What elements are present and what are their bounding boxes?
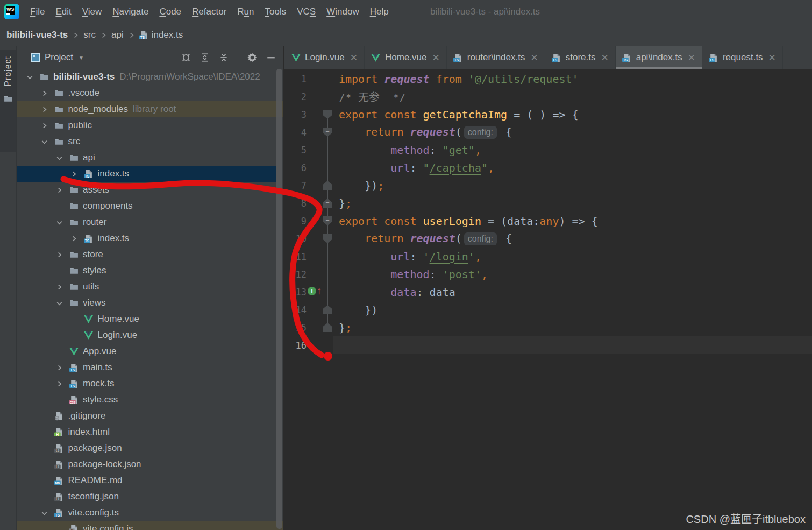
tree-row-components[interactable]: components [17,198,283,214]
line-number[interactable]: 10 [284,234,307,244]
fold-marker-icon[interactable]: − [323,128,332,137]
tree-row-vscode[interactable]: .vscode [17,85,283,101]
close-icon[interactable]: ✕ [530,52,538,63]
menu-item-tools[interactable]: Tools [260,6,292,17]
breadcrumb-item-src[interactable]: src [83,30,96,40]
fold-marker-icon[interactable]: − [323,181,332,190]
tree-row-vite-config-js[interactable]: X vite.config.js [17,521,283,530]
tree-row-vite-config-ts[interactable]: TS vite.config.ts [17,505,283,521]
line-number[interactable]: 11 [284,251,307,262]
menu-item-view[interactable]: View [77,6,108,17]
tree-row-index-ts[interactable]: TS index.ts [17,230,283,246]
hide-panel-icon[interactable] [266,53,276,62]
breadcrumb-item-index-ts[interactable]: TSindex.ts [139,30,183,40]
chevron-right-icon[interactable] [69,169,79,179]
fold-marker-icon[interactable]: − [323,305,332,314]
line-number[interactable]: 8 [284,198,307,209]
line-number[interactable]: 13 [284,287,307,298]
tree-row-mock-ts[interactable]: TS mock.ts [17,376,283,392]
menu-item-run[interactable]: Run [232,6,259,17]
tree-row-style-css[interactable]: CSS style.css [17,392,283,408]
tree-row-app-vue[interactable]: App.vue [17,343,283,359]
tree-row-package-lock-json[interactable]: {} package-lock.json [17,456,283,472]
fold-marker-icon[interactable]: − [323,199,332,208]
settings-gear-icon[interactable] [247,53,257,62]
chevron-down-icon[interactable] [40,508,49,518]
fold-marker-icon[interactable]: − [323,234,332,243]
tree-row-main-ts[interactable]: TS main.ts [17,359,283,376]
chevron-right-icon[interactable] [54,185,64,195]
tab-router-index-ts[interactable]: TSrouter\index.ts ✕ [447,46,545,69]
project-scrollbar[interactable] [276,69,282,529]
tree-row-login-vue[interactable]: Login.vue [17,327,283,343]
tree-row-tsconfig-json[interactable]: {} tsconfig.json [17,489,283,505]
fold-marker-icon[interactable]: − [323,110,332,119]
menu-item-file[interactable]: File [25,6,50,17]
tab-home-vue[interactable]: Home.vue ✕ [365,46,447,69]
tree-row-assets[interactable]: assets [17,182,283,198]
chevron-down-icon[interactable] [54,298,64,308]
chevron-right-icon[interactable] [40,104,49,114]
menu-item-code[interactable]: Code [154,6,187,17]
tree-row-home-vue[interactable]: Home.vue [17,311,283,327]
line-number[interactable]: 12 [284,269,307,280]
line-number[interactable]: 9 [284,216,307,227]
chevron-right-icon[interactable] [54,250,64,259]
line-number[interactable]: 6 [284,162,307,173]
line-number[interactable]: 2 [284,91,307,102]
chevron-right-icon[interactable] [40,121,49,130]
webstorm-logo-icon[interactable]: WS [4,4,19,19]
tree-row-utils[interactable]: utils [17,279,283,295]
chevron-down-icon[interactable] [54,153,64,162]
project-panel-title[interactable]: Project [45,52,73,63]
fold-marker-icon[interactable]: − [323,323,332,332]
breadcrumb-item-api[interactable]: api [111,30,124,40]
chevron-down-icon[interactable] [25,72,34,82]
tree-row-package-json[interactable]: {} package.json [17,440,283,456]
line-number[interactable]: 1 [284,74,307,84]
menu-item-edit[interactable]: Edit [50,6,76,17]
fold-marker-icon[interactable]: − [323,216,332,225]
tree-row-router[interactable]: router [17,214,283,230]
chevron-down-icon[interactable]: ▼ [79,55,84,61]
tab-request-ts[interactable]: TSrequest.ts ✕ [702,46,783,69]
tree-row-store[interactable]: store [17,246,283,263]
tree-row-views[interactable]: views [17,295,283,311]
chevron-right-icon[interactable] [54,282,64,292]
tree-row-api[interactable]: api [17,150,283,166]
chevron-down-icon[interactable] [40,137,49,146]
menu-item-vcs[interactable]: VCS [291,6,321,17]
menu-item-help[interactable]: Help [365,6,394,17]
project-stripe-button[interactable]: Project [0,50,16,152]
line-number[interactable]: 15 [284,322,307,333]
chevron-right-icon[interactable] [54,363,64,372]
mock-run-marker-icon[interactable]: I↑ [308,287,322,295]
line-number[interactable]: 4 [284,127,307,138]
line-number[interactable]: 14 [284,305,307,315]
tree-row-gitignore[interactable]: .gitignore [17,408,283,424]
tree-row-public[interactable]: public [17,117,283,133]
line-number[interactable]: 5 [284,145,307,156]
menu-item-refactor[interactable]: Refactor [187,6,232,17]
chevron-right-icon[interactable] [40,88,49,98]
line-number[interactable]: 3 [284,109,307,120]
tree-row-readme-md[interactable]: MD README.md [17,472,283,489]
line-number[interactable]: 7 [284,180,307,191]
close-icon[interactable]: ✕ [688,52,695,63]
menu-item-window[interactable]: Window [321,6,364,17]
chevron-right-icon[interactable] [69,234,79,243]
tree-row-node-modules[interactable]: node_moduleslibrary root [17,101,283,117]
chevron-right-icon[interactable] [54,379,64,388]
tree-row-styles[interactable]: styles [17,263,283,279]
code-editor[interactable]: 1 import request from '@/utils/request' … [284,69,812,530]
collapse-all-icon[interactable] [219,53,229,62]
menu-item-navigate[interactable]: Navigate [107,6,154,17]
close-icon[interactable]: ✕ [601,52,608,63]
line-number[interactable]: 16 [284,340,307,351]
breadcrumb-item-bilibili-vue3-ts[interactable]: bilibili-vue3-ts [6,30,68,40]
close-icon[interactable]: ✕ [350,52,358,63]
close-icon[interactable]: ✕ [432,52,439,63]
tree-row-src[interactable]: src [17,133,283,150]
close-icon[interactable]: ✕ [768,52,776,63]
tab-login-vue[interactable]: Login.vue ✕ [284,46,365,69]
